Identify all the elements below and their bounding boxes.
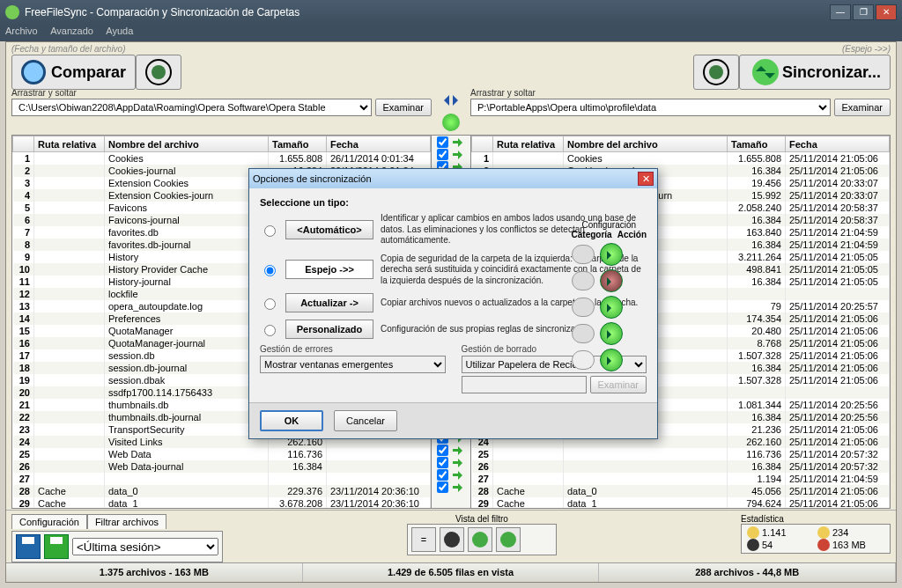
tab-config[interactable]: Configuración (11, 514, 87, 529)
radio-mirror[interactable] (264, 265, 276, 276)
status-bar: 1.375 archivos - 163 MB 1.429 de 6.505 f… (6, 562, 896, 582)
table-row[interactable]: 271.19425/11/2014 21:04:59 (472, 473, 890, 485)
sync-icon (752, 59, 779, 85)
filter-equal-button[interactable]: = (411, 527, 436, 552)
table-row[interactable]: 25116.73625/11/2014 20:57:32 (472, 448, 890, 460)
copy-right-arrow-icon (451, 469, 465, 481)
table-row[interactable]: 25Web Data116.736 (13, 448, 431, 460)
sync-options-dialog: Opciones de sincronización ✕ Seleccione … (248, 168, 658, 439)
copy-right-arrow-icon (451, 136, 465, 148)
include-checkbox[interactable] (437, 136, 448, 148)
copy-right-arrow-icon (451, 481, 465, 493)
sync-settings-button[interactable] (693, 55, 739, 90)
compare-button[interactable]: Comparar (11, 55, 136, 90)
sync-hint: (Espejo ->>) (842, 44, 891, 54)
table-row[interactable]: 1Cookies1.655.80825/11/2014 21:05:06 (472, 152, 890, 165)
cancel-button[interactable]: Cancelar (334, 410, 397, 431)
choose-type-label: Seleccione un tipo: (260, 197, 349, 208)
right-browse-button[interactable]: Examinar (834, 99, 891, 116)
menu-help[interactable]: Ayuda (106, 26, 133, 36)
config-matrix: Configuración CategoríaAcción (572, 220, 647, 375)
copy-right-arrow-icon (451, 457, 465, 468)
act-delete-icon[interactable] (600, 269, 623, 292)
magnifier-icon (21, 60, 46, 85)
filter-left-button[interactable] (496, 527, 521, 552)
radio-custom[interactable] (264, 325, 276, 336)
table-row[interactable]: 1Cookies1.655.80826/11/2014 0:01:34 (13, 152, 431, 165)
compare-settings-button[interactable] (136, 55, 181, 90)
copy-right-arrow-icon (451, 149, 465, 160)
save-config-icon[interactable] (16, 534, 41, 559)
menu-bar: Archivo Avanzado Ayuda (0, 24, 902, 41)
filter-conflict-button[interactable] (440, 527, 464, 552)
table-row[interactable]: 2616.38425/11/2014 20:57:32 (472, 460, 890, 473)
status-right: 288 archivos - 44,8 MB (599, 563, 896, 582)
window-title: FreeFileSync - Comparación y Sincronizac… (25, 6, 299, 18)
dialog-title: Opciones de sincronización (253, 173, 372, 184)
cat-left-newer-icon (572, 298, 595, 317)
sync-button[interactable]: Sincronizar... (739, 55, 891, 90)
delete-icon (747, 539, 759, 551)
include-checkbox[interactable] (437, 149, 448, 160)
table-row[interactable]: 28Cachedata_045.05625/11/2014 21:05:06 (472, 485, 890, 497)
radio-automatic[interactable] (264, 225, 276, 237)
menu-file[interactable]: Archivo (5, 26, 38, 36)
save-batch-icon[interactable] (44, 534, 69, 559)
filter-view-label: Vista del filtro (407, 514, 557, 524)
deletion-browse-button: Examinar (590, 376, 647, 393)
act-update2-icon[interactable] (600, 322, 623, 345)
table-row[interactable]: 29Cachedata_13.678.20823/11/2014 20:36:1… (13, 497, 431, 509)
maximize-button[interactable]: ❐ (853, 4, 874, 20)
ok-button[interactable]: OK (260, 410, 323, 431)
deletion-path-input (462, 376, 587, 393)
compare-hint: (Fecha y tamaño del archivo) (11, 44, 126, 54)
table-row[interactable]: 28Cachedata_0229.37623/11/2014 20:36:10 (13, 485, 431, 497)
left-browse-button[interactable]: Examinar (375, 99, 432, 116)
radio-update[interactable] (264, 298, 276, 310)
filter-view-toolbar: = (407, 524, 557, 555)
stats-panel: 1.141 234 54 163 MB (741, 524, 891, 554)
tab-filter[interactable]: Filtrar archivos (87, 514, 166, 529)
status-left: 1.375 archivos - 163 MB (6, 563, 303, 582)
swap-sides-button[interactable] (436, 90, 466, 111)
error-handling-select[interactable]: Mostrar ventanas emergentes (260, 356, 446, 373)
table-row[interactable]: 29Cachedata_1794.62425/11/2014 21:05:06 (472, 497, 890, 509)
minimize-button[interactable]: — (830, 4, 851, 20)
update-icon (747, 526, 759, 539)
session-select[interactable]: <Última sesión> (72, 538, 218, 555)
app-icon (5, 5, 19, 19)
filter-right-button[interactable] (468, 527, 492, 552)
cat-right-newer-icon (572, 324, 595, 343)
include-checkbox[interactable] (437, 457, 448, 468)
dialog-close-button[interactable]: ✕ (638, 172, 654, 186)
data-icon (817, 539, 830, 551)
status-middle: 1.429 de 6.505 filas en vista (303, 563, 600, 582)
menu-advanced[interactable]: Avanzado (50, 26, 93, 36)
cat-left-only-icon (572, 245, 595, 264)
left-path-input[interactable]: C:\Users\Obiwan2208\AppData\Roaming\Oper… (11, 99, 372, 116)
cat-right-only-icon (572, 271, 595, 290)
table-row[interactable]: 27 (13, 473, 431, 485)
close-button[interactable]: ✕ (876, 4, 897, 20)
right-path-input[interactable]: P:\PortableApps\Opera ultimo\profile\dat… (470, 99, 831, 116)
act-create-icon[interactable] (600, 243, 623, 266)
include-checkbox[interactable] (437, 445, 448, 456)
stats-label: Estadística (741, 514, 891, 524)
gear-icon (703, 59, 729, 85)
add-pair-button[interactable] (442, 114, 460, 131)
table-row[interactable]: 26Web Data-journal16.384 (13, 460, 431, 473)
window-titlebar: FreeFileSync - Comparación y Sincronizac… (0, 0, 902, 24)
gear-icon (145, 59, 172, 85)
cat-different-icon (572, 350, 595, 370)
create-icon (817, 526, 830, 539)
act-update-icon[interactable] (600, 296, 623, 319)
include-checkbox[interactable] (437, 469, 448, 481)
act-overwrite-icon[interactable] (600, 349, 623, 371)
include-checkbox[interactable] (437, 481, 448, 493)
copy-right-arrow-icon (451, 445, 465, 456)
